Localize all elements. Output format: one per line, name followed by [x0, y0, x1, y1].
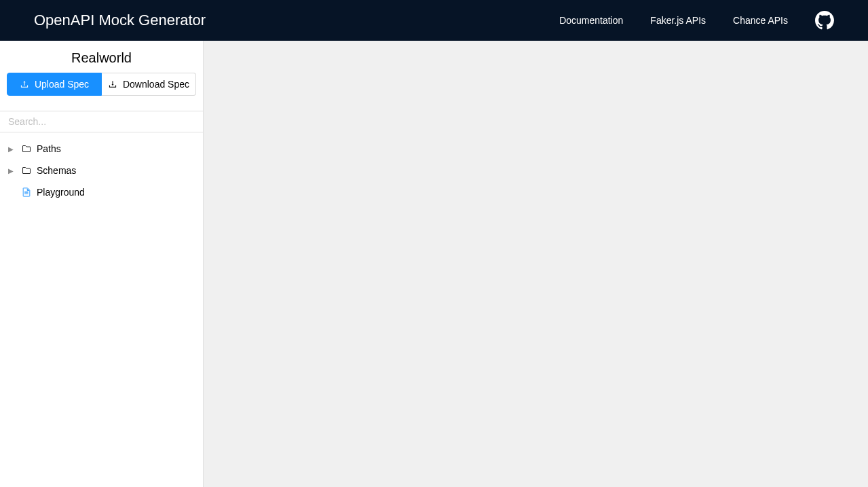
tree-item-label: Schemas	[37, 165, 76, 176]
nav-documentation[interactable]: Documentation	[559, 15, 623, 26]
sidebar-title: Realworld	[0, 41, 203, 73]
tree-item-paths[interactable]: ▶ Paths	[0, 138, 203, 160]
download-icon	[108, 79, 117, 89]
button-group: Upload Spec Download Spec	[0, 73, 203, 104]
nav: Documentation Faker.js APIs Chance APIs	[559, 11, 834, 30]
caret-right-icon: ▶	[5, 145, 16, 153]
github-icon[interactable]	[815, 11, 834, 30]
search-wrap	[0, 104, 203, 132]
tree-item-label: Paths	[37, 143, 61, 154]
app-title: OpenAPI Mock Generator	[34, 12, 206, 29]
tree-item-schemas[interactable]: ▶ Schemas	[0, 160, 203, 181]
tree-item-label: Playground	[37, 187, 85, 198]
caret-right-icon: ▶	[5, 167, 16, 175]
header: OpenAPI Mock Generator Documentation Fak…	[0, 0, 868, 41]
tree-item-playground[interactable]: ▶ Playground	[0, 181, 203, 203]
main-content	[204, 41, 868, 487]
nav-chance[interactable]: Chance APIs	[733, 15, 788, 26]
tree: ▶ Paths ▶ Schemas ▶ Playground	[0, 132, 203, 209]
download-button-label: Download Spec	[123, 79, 189, 90]
folder-icon	[22, 165, 33, 176]
upload-icon	[20, 79, 29, 89]
folder-icon	[22, 143, 33, 154]
search-input[interactable]	[0, 111, 203, 132]
nav-faker[interactable]: Faker.js APIs	[650, 15, 706, 26]
file-icon	[22, 187, 33, 198]
upload-spec-button[interactable]: Upload Spec	[7, 73, 102, 96]
sidebar: Realworld Upload Spec Download Spec ▶	[0, 41, 204, 487]
download-spec-button[interactable]: Download Spec	[102, 73, 196, 96]
layout: Realworld Upload Spec Download Spec ▶	[0, 41, 868, 487]
upload-button-label: Upload Spec	[35, 79, 89, 90]
